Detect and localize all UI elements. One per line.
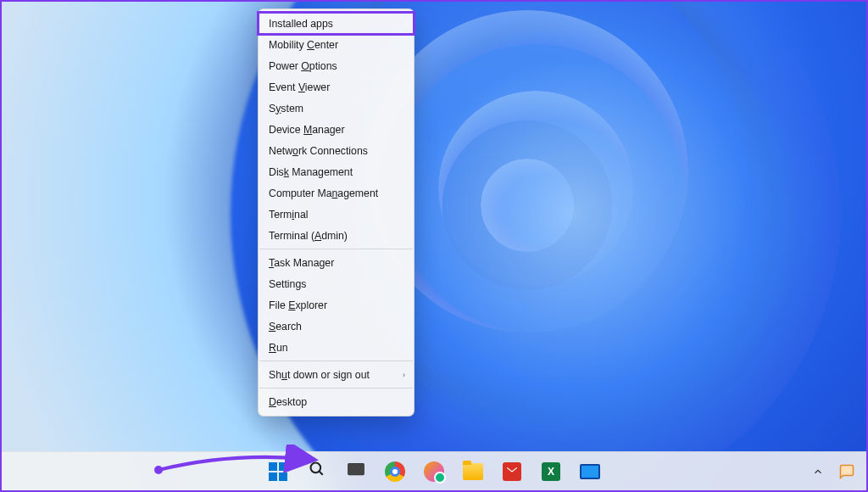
menu-item-label: Run: [269, 342, 288, 354]
menu-item-label: Task Manager: [269, 257, 334, 269]
taskbar-tray: [810, 464, 854, 479]
menu-item-system[interactable]: System: [259, 98, 414, 119]
tray-overflow-button[interactable]: [810, 464, 826, 479]
menu-item-label: Mobility Center: [269, 39, 338, 51]
desktop-wallpaper: [2, 2, 866, 490]
svg-line-2: [320, 472, 323, 475]
menu-item-search[interactable]: Search: [259, 316, 414, 337]
menu-item-label: Settings: [269, 278, 306, 290]
tray-chat-button[interactable]: [839, 464, 854, 479]
chrome-app[interactable]: [379, 456, 411, 488]
menu-item-label: Network Connections: [269, 145, 368, 157]
taskbar: X: [2, 451, 866, 490]
folder-icon: [463, 463, 483, 480]
search-icon: [309, 461, 326, 482]
chevron-up-icon: [812, 466, 824, 478]
menu-separator: [259, 249, 413, 249]
menu-item-disk-management[interactable]: Disk Management: [259, 161, 414, 182]
menu-item-settings[interactable]: Settings: [259, 273, 414, 294]
avatar-icon: [424, 461, 444, 482]
menu-item-label: Search: [269, 321, 302, 333]
menu-separator: [259, 388, 413, 389]
menu-item-label: System: [269, 103, 303, 115]
menu-item-label: Terminal (Admin): [269, 230, 348, 242]
menu-item-label: Disk Management: [269, 166, 353, 178]
menu-item-computer-management[interactable]: Computer Management: [259, 182, 414, 204]
menu-item-label: Desktop: [269, 396, 307, 408]
mail-icon: [503, 462, 521, 481]
svg-rect-4: [348, 463, 364, 474]
menu-item-label: Power Options: [269, 60, 337, 72]
excel-app[interactable]: X: [535, 456, 567, 488]
svg-point-1: [311, 463, 321, 473]
menu-item-terminal[interactable]: Terminal: [259, 204, 414, 225]
task-view-button[interactable]: [340, 456, 372, 488]
chat-bubble-icon: [839, 464, 854, 479]
start-button[interactable]: [262, 456, 294, 488]
menu-item-event-viewer[interactable]: Event Viewer: [259, 76, 414, 98]
excel-icon: X: [542, 462, 560, 481]
menu-item-device-manager[interactable]: Device Manager: [259, 119, 414, 140]
windows-logo-icon: [269, 462, 287, 481]
taskbar-center-apps: X: [262, 456, 606, 488]
menu-item-desktop[interactable]: Desktop: [259, 391, 414, 412]
menu-item-label: Event Viewer: [269, 81, 330, 93]
menu-item-power-options[interactable]: Power Options: [259, 55, 414, 76]
menu-item-label: Installed apps: [269, 18, 333, 30]
menu-item-label: Terminal: [269, 209, 308, 221]
menu-item-label: Shut down or sign out: [269, 369, 370, 381]
menu-item-file-explorer[interactable]: File Explorer: [259, 294, 414, 316]
menu-item-label: Device Manager: [269, 124, 345, 136]
menu-item-installed-apps[interactable]: Installed apps: [259, 13, 414, 34]
winx-power-menu: Installed appsMobility CenterPower Optio…: [258, 8, 415, 417]
menu-separator: [259, 361, 413, 361]
task-view-icon: [347, 461, 365, 483]
app-window-icon: [580, 464, 600, 479]
chrome-icon: [385, 461, 405, 482]
search-button[interactable]: [301, 456, 333, 488]
profile-app[interactable]: [418, 456, 450, 488]
menu-item-task-manager[interactable]: Task Manager: [259, 252, 414, 273]
menu-item-label: File Explorer: [269, 299, 327, 311]
menu-item-mobility-center[interactable]: Mobility Center: [259, 34, 414, 55]
menu-item-terminal-admin[interactable]: Terminal (Admin): [259, 225, 414, 246]
terminal-window-app[interactable]: [574, 456, 606, 488]
menu-item-shut-down-or-sign-out[interactable]: Shut down or sign out›: [259, 364, 414, 385]
mail-app[interactable]: [496, 456, 528, 488]
menu-item-network-connections[interactable]: Network Connections: [259, 140, 414, 161]
menu-item-run[interactable]: Run: [259, 337, 414, 358]
file-explorer-app[interactable]: [457, 456, 489, 488]
menu-item-label: Computer Management: [269, 187, 378, 199]
chevron-right-icon: ›: [403, 371, 405, 379]
